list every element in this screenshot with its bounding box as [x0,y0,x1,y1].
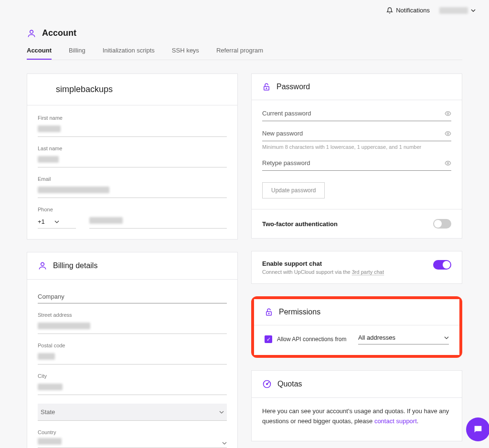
api-addresses-value: All addresses [358,334,395,341]
svg-point-8 [268,313,269,314]
company-placeholder: Company [38,293,64,300]
svg-point-5 [447,133,449,135]
svg-point-3 [266,88,267,89]
quotas-title: Quotas [277,380,302,388]
support-toggle[interactable] [433,260,451,270]
quotas-text: Here you can see your account's usage an… [252,398,462,441]
password-hint: Minimum 8 characters with 1 lowercase, 1… [262,144,451,150]
page-title: Account [42,28,76,38]
support-title: Enable support chat [262,260,384,267]
permissions-highlight: Permissions ✓ Allow API connections from… [251,296,462,358]
chevron-down-icon [471,9,476,12]
country-select[interactable] [38,438,227,448]
city-label: City [38,373,227,379]
user-icon [38,261,47,271]
allow-api-checkbox[interactable]: ✓ [265,335,272,343]
support-chat-card: Enable support chat Connect with UpCloud… [251,251,462,284]
page-header: Account [27,28,462,38]
lock-icon [262,83,271,91]
svg-point-1 [41,262,44,266]
eye-icon[interactable] [445,130,451,137]
current-password-input[interactable]: Current password [262,110,451,121]
contact-support-link[interactable]: contact support [374,417,417,425]
state-label: State [41,408,55,416]
permissions-title: Permissions [279,308,320,316]
last-name-label: Last name [38,146,227,151]
eye-icon[interactable] [445,160,451,167]
retype-password-label: Retype password [262,159,310,167]
new-password-label: New password [262,130,303,137]
allow-api-label: Allow API connections from [277,336,346,343]
country-label: Country [38,429,227,435]
gauge-icon [262,379,272,389]
city-input[interactable] [38,382,227,395]
tab-init-scripts[interactable]: Initialization scripts [103,47,155,60]
third-party-chat-link[interactable]: 3rd party chat [352,269,384,275]
postal-label: Postal code [38,343,227,348]
street-label: Street address [38,312,227,318]
tabs: Account Billing Initialization scripts S… [27,47,462,60]
update-password-button[interactable]: Update password [262,182,325,198]
svg-point-6 [447,162,449,164]
chat-icon [473,424,483,435]
password-card: Password Current password New password M… [251,73,462,239]
phone-label: Phone [38,207,227,212]
first-name-input[interactable] [38,124,227,137]
profile-card: simplebackups First name Last name Email [27,73,238,240]
billing-card: Billing details Company Street address P… [27,252,238,448]
billing-title: Billing details [53,261,97,270]
current-password-label: Current password [262,110,311,117]
svg-point-0 [30,30,33,33]
state-select[interactable]: State [38,404,227,421]
quotas-card: Quotas Here you can see your account's u… [251,370,462,441]
check-icon: ✓ [266,337,271,342]
phone-code-value: +1 [38,218,45,225]
notifications-label: Notifications [396,7,430,14]
support-sub: Connect with UpCloud support via the 3rd… [262,269,384,275]
lock-icon [265,308,273,316]
tab-billing[interactable]: Billing [69,47,85,60]
svg-point-4 [447,113,449,115]
svg-point-10 [266,384,268,385]
chevron-down-icon [222,442,227,445]
permissions-card: Permissions ✓ Allow API connections from… [254,299,459,355]
tab-ssh-keys[interactable]: SSH keys [172,47,199,60]
password-title: Password [276,83,310,91]
company-input[interactable]: Company [38,289,227,303]
street-input[interactable] [38,321,227,334]
last-name-input[interactable] [38,154,227,167]
bell-icon [386,7,393,14]
notifications-button[interactable]: Notifications [386,7,430,14]
user-icon [27,29,36,38]
new-password-input[interactable]: New password [262,130,451,141]
chevron-down-icon [54,220,59,223]
email-input[interactable] [38,185,227,198]
twofa-toggle[interactable] [433,219,451,229]
email-label: Email [38,176,227,182]
chat-widget-button[interactable] [466,417,489,441]
profile-username: simplebackups [27,74,237,105]
phone-number-input[interactable] [89,215,227,229]
user-name-blurred [439,7,468,14]
tab-referral[interactable]: Referral program [216,47,263,60]
tab-account[interactable]: Account [27,47,52,60]
user-menu[interactable] [439,7,476,14]
chevron-down-icon [444,336,449,339]
phone-code-select[interactable]: +1 [38,218,76,229]
retype-password-input[interactable]: Retype password [262,159,451,171]
chevron-down-icon [219,411,224,414]
api-addresses-select[interactable]: All addresses [358,334,449,344]
twofa-label: Two-factor authentication [262,220,338,228]
eye-icon[interactable] [445,110,451,117]
first-name-label: First name [38,115,227,121]
postal-input[interactable] [38,351,227,365]
